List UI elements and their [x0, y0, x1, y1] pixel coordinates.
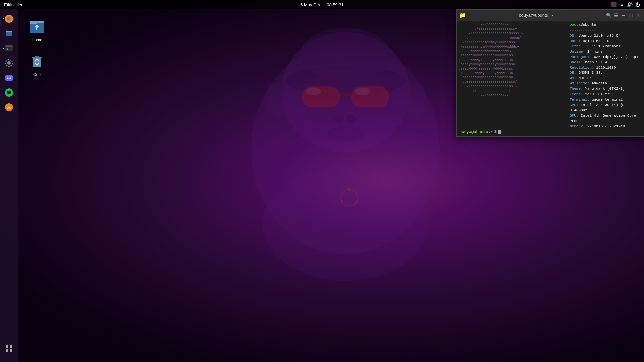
trash-icon [26, 50, 48, 71]
topbar-left: Etkinlikler [4, 2, 23, 7]
svg-point-15 [400, 83, 427, 117]
date-display: 5 May Çrş [300, 2, 320, 7]
terminal-window-controls: 🔍 ☰ ─ □ ✕ [606, 13, 641, 18]
icons-value: Yaru [GTK2/3] [585, 92, 614, 96]
topbar-center: 5 May Çrş 08:59:31 [300, 2, 344, 7]
terminal-app-value: gnome-terminal [592, 98, 623, 102]
prompt-username: bouya [459, 130, 471, 134]
desktop-icons: Home Çöp [22, 13, 52, 79]
screencast-icon[interactable]: ⬛ [611, 2, 617, 7]
svg-rect-40 [6, 349, 8, 352]
wm-value: Mutter [578, 76, 592, 80]
dock-item-discord[interactable] [2, 71, 16, 84]
svg-text:$_: $_ [6, 48, 10, 51]
svg-rect-7 [340, 93, 351, 97]
terminal-title-text: bouya@ubuntu: ~ [466, 13, 606, 18]
uptime-value: 14 mins [587, 50, 603, 54]
svg-point-20 [355, 200, 358, 203]
terminal-content: .-/+oossssoo+/-. `:+ssssssssssssssssss+:… [457, 21, 644, 127]
svg-rect-27 [6, 31, 9, 32]
info-username: bouya [570, 23, 581, 27]
kernel-value: 5.11.18-xanmod1 [587, 44, 621, 48]
svg-point-24 [7, 17, 11, 20]
neofetch-art: .-/+oossssoo+/-. `:+ssssssssssssssssss+:… [457, 21, 567, 127]
info-separator: ------------ [570, 28, 641, 33]
info-hostname: ubuntu [583, 23, 596, 27]
svg-rect-29 [5, 45, 13, 47]
theme-value: Yaru-dark [GTK2/3] [585, 87, 625, 91]
active-indicator-terminal [3, 48, 4, 49]
terminal-titlebar: 📁 bouya@ubuntu: ~ 🔍 ☰ ─ □ ✕ [457, 10, 644, 21]
dock-item-spotify[interactable] [2, 86, 16, 99]
terminal-minimize-btn[interactable]: ─ [621, 13, 626, 18]
terminal-maximize-btn[interactable]: □ [628, 13, 634, 18]
resolution-value: 644x362 [596, 66, 616, 70]
packages-label: Packages: [570, 55, 592, 59]
os-value: Ubuntu 21.04 x86_64 [578, 34, 620, 38]
dock-item-app[interactable] [2, 101, 16, 114]
gpu-label: GPU: [570, 114, 581, 118]
dock-item-firefox[interactable] [2, 12, 16, 25]
theme-label: Theme: [570, 87, 585, 91]
volume-icon[interactable]: 🔊 [627, 2, 633, 7]
active-indicator [3, 18, 4, 19]
terminal-search-btn[interactable]: 🔍 [606, 13, 611, 18]
svg-point-8 [306, 88, 321, 96]
memory-value: 2710MiB / 7821MiB [587, 124, 625, 127]
trash-label: Çöp [33, 72, 41, 77]
shell-value: bash 5.1.4 [585, 60, 607, 64]
uptime-label: Uptime: [570, 50, 587, 54]
svg-rect-38 [6, 345, 8, 348]
svg-point-19 [348, 188, 351, 191]
show-apps-button[interactable] [2, 342, 16, 355]
svg-point-35 [10, 78, 11, 79]
memory-label: Memory: [570, 124, 587, 127]
host-value: H81H3-M4 1.0 [583, 39, 609, 43]
desktop-icon-home[interactable]: Home [22, 13, 52, 44]
prompt-at: @ [471, 130, 474, 134]
prompt-cursor [498, 130, 501, 134]
neofetch-info: bouya@ubuntu ------------ OS: Ubuntu 21.… [567, 21, 644, 127]
svg-point-34 [7, 78, 9, 79]
network-icon[interactable]: ▲ [620, 2, 624, 7]
dock-item-settings[interactable] [2, 56, 16, 70]
kernel-label: Kernel: [570, 44, 587, 48]
de-label: DE: [570, 71, 578, 75]
svg-rect-26 [6, 32, 12, 36]
gorilla-wallpaper [228, 17, 463, 318]
svg-rect-46 [37, 28, 38, 30]
svg-point-13 [327, 126, 365, 141]
home-folder-icon [26, 15, 48, 36]
svg-point-16 [263, 168, 429, 281]
terminal-window: 📁 bouya@ubuntu: ~ 🔍 ☰ ─ □ ✕ .-/+oossssoo… [456, 9, 644, 137]
svg-point-14 [264, 83, 291, 117]
wm-theme-label: WM Theme: [570, 81, 592, 85]
shell-label: Shell: [570, 60, 585, 64]
cpu-label: CPU: [570, 103, 581, 107]
svg-point-11 [335, 114, 344, 123]
svg-point-17 [300, 28, 391, 81]
dock-item-terminal[interactable]: $_ [2, 42, 16, 55]
svg-rect-44 [30, 21, 37, 24]
icons-label: Icons: [570, 92, 585, 96]
os-label: OS: [570, 34, 578, 38]
svg-rect-50 [35, 56, 39, 57]
prompt-dir: : [488, 130, 490, 134]
packages-value: 1636 (dpkg), 7 (snap) [592, 55, 638, 59]
terminal-close-btn[interactable]: ✕ [636, 13, 641, 18]
power-icon[interactable]: ⏻ [635, 2, 640, 7]
terminal-location-icon[interactable]: 📁 [459, 12, 466, 18]
desktop-icon-trash[interactable]: Çöp [22, 48, 52, 79]
dock-item-files[interactable] [2, 27, 16, 40]
terminal-app-label: Terminal: [570, 98, 592, 102]
topbar-right: ⬛ ▲ 🔊 ⏻ [611, 2, 640, 7]
terminal-menu-btn[interactable]: ☰ [613, 13, 619, 18]
time-display: 08:59:31 [327, 2, 344, 7]
svg-point-21 [340, 200, 343, 203]
dock: $_ [0, 9, 18, 362]
svg-point-9 [355, 88, 370, 96]
terminal-prompt[interactable]: bouya @ ubuntu : ~ $ [457, 127, 644, 136]
activities-label[interactable]: Etkinlikler [4, 2, 23, 7]
wm-theme-value: Adwaita [592, 81, 607, 85]
prompt-path: ~ [491, 130, 493, 134]
